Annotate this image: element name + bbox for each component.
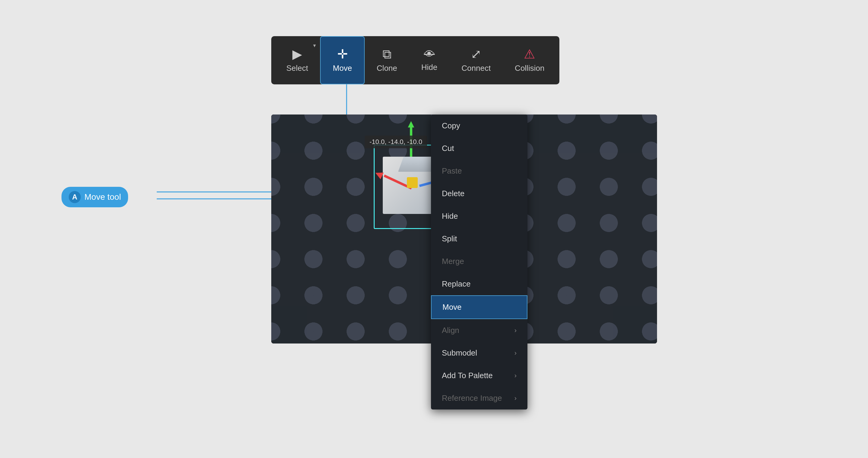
menu-add-palette-label: Add To Palette <box>442 371 493 380</box>
hide-label: Hide <box>421 63 437 72</box>
clone-icon: ⧉ <box>382 48 392 61</box>
clone-label: Clone <box>377 64 397 73</box>
collision-label: Collision <box>515 64 544 73</box>
toolbar-clone[interactable]: ⧉ Clone <box>365 36 409 85</box>
collision-icon: ⚠ <box>524 48 535 61</box>
menu-submodel-label: Submodel <box>442 348 477 358</box>
move-label: Move <box>333 64 352 73</box>
menu-item-hide[interactable]: Hide <box>431 205 527 228</box>
menu-item-merge: Merge <box>431 250 527 273</box>
callout-text: Move tool <box>84 192 121 202</box>
toolbar-connect[interactable]: ⤢ Connect <box>450 36 503 85</box>
menu-item-cut[interactable]: Cut <box>431 137 527 160</box>
menu-paste-label: Paste <box>442 166 462 176</box>
menu-split-label: Split <box>442 234 457 243</box>
menu-delete-label: Delete <box>442 189 464 198</box>
reference-image-arrow: › <box>515 394 517 402</box>
toolbar-move[interactable]: ✛ Move <box>320 36 365 85</box>
menu-item-replace[interactable]: Replace <box>431 273 527 295</box>
toolbar-select[interactable]: ▶ Select ▾ <box>274 36 320 85</box>
add-palette-arrow: › <box>515 372 517 380</box>
coords-text: -10.0, -14.0, -10.0 <box>370 138 422 145</box>
center-handle <box>407 177 418 188</box>
align-arrow: › <box>515 327 517 334</box>
select-label: Select <box>286 64 308 73</box>
move-icon: ✛ <box>337 48 348 61</box>
hide-icon: 👁 <box>424 49 435 60</box>
connect-icon: ⤢ <box>471 48 481 61</box>
menu-item-submodel[interactable]: Submodel › <box>431 342 527 364</box>
context-menu: Copy Cut Paste Delete Hide Split Merge R… <box>431 115 527 410</box>
menu-item-copy[interactable]: Copy <box>431 115 527 137</box>
submodel-arrow: › <box>515 349 517 357</box>
select-icon: ▶ <box>292 48 302 61</box>
callout-move-tool: A Move tool <box>61 187 128 207</box>
menu-align-label: Align <box>442 326 459 335</box>
menu-copy-label: Copy <box>442 121 460 130</box>
select-dropdown-arrow: ▾ <box>313 42 316 49</box>
menu-item-delete[interactable]: Delete <box>431 182 527 205</box>
callout-letter: A <box>69 191 81 203</box>
coordinates-label: -10.0, -14.0, -10.0 <box>365 136 427 148</box>
callout-badge: A Move tool <box>61 187 128 207</box>
menu-item-split[interactable]: Split <box>431 228 527 250</box>
menu-item-move[interactable]: Move <box>431 295 527 319</box>
menu-hide-label: Hide <box>442 211 458 221</box>
toolbar-collision[interactable]: ⚠ Collision <box>503 36 556 85</box>
menu-item-align: Align › <box>431 319 527 342</box>
toolbar: ▶ Select ▾ ✛ Move ⧉ Clone 👁 Hide ⤢ Conne… <box>271 36 559 85</box>
menu-reference-image-label: Reference Image <box>442 394 502 403</box>
menu-cut-label: Cut <box>442 144 454 153</box>
menu-replace-label: Replace <box>442 279 470 289</box>
menu-item-add-to-palette[interactable]: Add To Palette › <box>431 364 527 387</box>
toolbar-hide[interactable]: 👁 Hide <box>409 36 450 85</box>
connect-label: Connect <box>461 64 491 73</box>
menu-item-reference-image: Reference Image › <box>431 387 527 410</box>
menu-item-paste: Paste <box>431 160 527 182</box>
menu-merge-label: Merge <box>442 257 464 266</box>
menu-move-label: Move <box>442 302 462 312</box>
